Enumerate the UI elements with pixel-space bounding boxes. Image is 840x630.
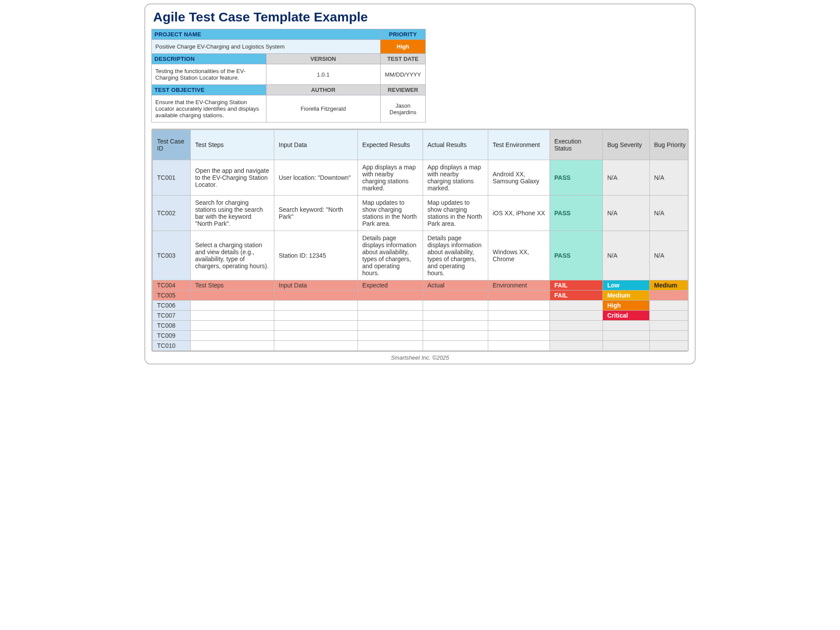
- cell-pri: N/A: [650, 196, 689, 231]
- cell-sev: N/A: [603, 196, 650, 231]
- label-description: DESCRIPTION: [152, 54, 266, 64]
- cell-ex: [358, 311, 423, 321]
- col-env: Test Environment: [488, 130, 550, 160]
- value-version: 1.0.1: [266, 64, 381, 85]
- cell-pri: [650, 341, 689, 351]
- cell-ac: [423, 321, 488, 331]
- cell-sev: Medium: [603, 290, 650, 301]
- cell-ex: Details page displays information about …: [358, 231, 423, 280]
- page-title: Agile Test Case Template Example: [153, 10, 689, 24]
- label-version: VERSION: [266, 54, 381, 64]
- cell-ts: Search for charging stations using the s…: [191, 196, 274, 231]
- cell-pri: [650, 331, 689, 341]
- cell-sev: N/A: [603, 160, 650, 196]
- cell-id cell-id: TC005: [153, 290, 191, 301]
- cell-exs: [550, 341, 603, 351]
- cell-ac: Actual: [423, 280, 488, 290]
- cell-in: Input Data: [274, 280, 358, 290]
- table-row: TC007Critical: [153, 311, 689, 321]
- cell-ts: Test Steps: [191, 280, 274, 290]
- cell-pri: [650, 301, 689, 311]
- cell-env: [488, 331, 550, 341]
- col-actual: Actual Results: [423, 130, 488, 160]
- cell-ac: [423, 301, 488, 311]
- cell-in: [274, 290, 358, 301]
- cell-ac: [423, 290, 488, 301]
- cell-ts: [191, 301, 274, 311]
- col-sev: Bug Severity: [603, 130, 650, 160]
- cell-pri: [650, 311, 689, 321]
- col-id: Test Case ID: [153, 130, 191, 160]
- cell-sev: High: [603, 301, 650, 311]
- test-case-table-wrap: Test Case ID Test Steps Input Data Expec…: [151, 129, 689, 352]
- label-test-date: TEST DATE: [381, 54, 426, 64]
- label-priority: PRIORITY: [381, 29, 426, 40]
- col-expected: Expected Results: [358, 130, 423, 160]
- cell-env: Windows XX, Chrome: [488, 231, 550, 280]
- label-project-name: PROJECT NAME: [152, 29, 381, 40]
- cell-ac: [423, 331, 488, 341]
- value-reviewer: Jason Desjardins: [381, 95, 426, 122]
- col-steps: Test Steps: [191, 130, 274, 160]
- cell-id cell-id: TC004: [153, 280, 191, 290]
- cell-exs: PASS: [550, 160, 603, 196]
- test-case-table: Test Case ID Test Steps Input Data Expec…: [152, 130, 689, 351]
- cell-exs: PASS: [550, 231, 603, 280]
- value-project-name: Positive Charge EV-Charging and Logistic…: [152, 40, 381, 54]
- table-row: TC001Open the app and navigate to the EV…: [153, 160, 689, 196]
- cell-pri: N/A: [650, 231, 689, 280]
- footer-text: Smartsheet Inc. ©2025: [151, 354, 689, 361]
- table-row: TC010: [153, 341, 689, 351]
- cell-id cell-id: TC010: [153, 341, 191, 351]
- cell-ts: [191, 341, 274, 351]
- cell-in: [274, 301, 358, 311]
- table-row: TC004Test StepsInput DataExpectedActualE…: [153, 280, 689, 290]
- table-row: TC008: [153, 321, 689, 331]
- cell-ts: [191, 331, 274, 341]
- cell-ex: Map updates to show charging stations in…: [358, 196, 423, 231]
- cell-ex: [358, 321, 423, 331]
- cell-in: Search keyword: "North Park": [274, 196, 358, 231]
- cell-exs: FAIL: [550, 290, 603, 301]
- cell-ac: Map updates to show charging stations in…: [423, 196, 488, 231]
- table-row: TC003Select a charging station and view …: [153, 231, 689, 280]
- table-row: TC006High: [153, 301, 689, 311]
- value-test-objective: Ensure that the EV-Charging Station Loca…: [152, 95, 266, 122]
- cell-ac: Details page displays information about …: [423, 231, 488, 280]
- value-test-date: MM/DD/YYYY: [381, 64, 426, 85]
- table-row: TC002Search for charging stations using …: [153, 196, 689, 231]
- cell-env: [488, 301, 550, 311]
- cell-id cell-id: TC002: [153, 196, 191, 231]
- cell-ex: [358, 290, 423, 301]
- cell-id cell-id: TC009: [153, 331, 191, 341]
- cell-ex: [358, 331, 423, 341]
- label-author: AUTHOR: [266, 85, 381, 95]
- label-reviewer: REVIEWER: [381, 85, 426, 95]
- cell-sev: [603, 341, 650, 351]
- cell-pri: N/A: [650, 160, 689, 196]
- cell-ts: [191, 321, 274, 331]
- table-row: TC005FAILMedium: [153, 290, 689, 301]
- cell-id cell-id: TC007: [153, 311, 191, 321]
- cell-in: [274, 331, 358, 341]
- cell-exs: [550, 321, 603, 331]
- cell-env: [488, 321, 550, 331]
- cell-id cell-id: TC008: [153, 321, 191, 331]
- cell-ac: App displays a map with nearby charging …: [423, 160, 488, 196]
- cell-in: User location: "Downtown": [274, 160, 358, 196]
- col-input: Input Data: [274, 130, 358, 160]
- cell-pri: [650, 321, 689, 331]
- cell-ex: Expected: [358, 280, 423, 290]
- header-table: PROJECT NAME PRIORITY Positive Charge EV…: [151, 29, 426, 122]
- cell-sev: [603, 331, 650, 341]
- cell-ts: [191, 311, 274, 321]
- cell-sev: Low: [603, 280, 650, 290]
- cell-in: [274, 311, 358, 321]
- cell-pri: [650, 290, 689, 301]
- col-pri: Bug Priority: [650, 130, 689, 160]
- cell-ac: [423, 341, 488, 351]
- cell-id cell-id: TC001: [153, 160, 191, 196]
- cell-env: Android XX, Samsung Galaxy: [488, 160, 550, 196]
- value-author: Fiorella Fitzgerald: [266, 95, 381, 122]
- cell-ts: Select a charging station and view detai…: [191, 231, 274, 280]
